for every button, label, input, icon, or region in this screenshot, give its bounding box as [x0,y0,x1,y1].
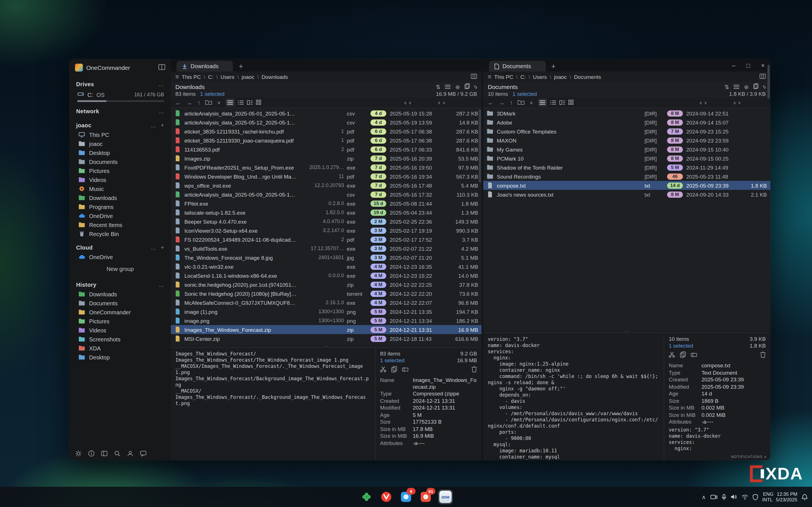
file-row[interactable]: FoxitPDFReader20251_enu_Setup_Prom.exe 2… [171,163,481,172]
cloud-add-icon[interactable]: + [161,244,164,251]
sidebar-item-videos[interactable]: Videos [69,326,171,335]
taskbar-app-chat-app[interactable]: 9 [399,490,413,504]
delete-trash-icon-right[interactable] [760,351,766,359]
file-row[interactable]: compose.txt txt 14 d 2025-05-09 23:39 1.… [483,181,770,190]
file-row[interactable]: 114136553.pdf 2 pdf 6 d 2025-05-17 06:33… [171,145,481,154]
file-row[interactable]: McAfeeSafeConnect-0_G9J7JXTUMXQUF8JN_VPN… [171,298,481,307]
path-segment[interactable]: Downloads [262,73,288,80]
settings-gear-icon[interactable] [75,450,82,457]
nav-up-icon-right[interactable]: ↑ [510,99,513,106]
sidebar-item-pictures[interactable]: Pictures [69,317,171,326]
sidebar-item-recent-items[interactable]: Recent Items [69,220,171,229]
path-segment[interactable]: C: [208,73,213,80]
sidebar-item-documents[interactable]: Documents [69,157,171,166]
path-segment[interactable]: C: [520,73,526,80]
sidebar-item-programs[interactable]: Programs [69,202,171,211]
sort-size-carets[interactable]: ∧∨ [438,100,446,105]
pane-menu-icon[interactable]: ≡ [175,73,179,80]
file-row[interactable]: Sonic the Hedgehog (2020) [1080p] [BluRa… [171,289,481,298]
cut-icon[interactable] [380,366,386,374]
add-circle-icon-right[interactable]: ⊕ [744,83,749,90]
file-row[interactable]: vs_BuildTools.exe 17.12.35707… exe 3 M 2… [171,244,481,253]
nav-back-icon[interactable]: ← [175,99,181,106]
path-segment[interactable]: joaoc [554,73,567,80]
tab-downloads[interactable]: Downloads [176,61,233,71]
file-row[interactable]: PCMark 10 [DIR] 8 M 2024-09-15 00:25 [483,154,770,163]
view-grid-icon[interactable] [256,99,261,106]
view-details-icon-right[interactable] [550,99,556,106]
sidebar-item-joaoc[interactable]: joaoc [69,139,171,148]
minimize-button[interactable]: – [726,62,741,69]
sort-date-carets[interactable]: ∧∨ [404,100,412,105]
notification-bell-icon[interactable] [802,494,808,500]
new-tab-button[interactable]: + [239,61,243,71]
sidebar-item-recycle-bin[interactable]: Recycle Bin [69,229,171,238]
maximize-button[interactable]: □ [741,62,756,69]
file-row[interactable]: FS 022200524_149489.2024-11-08-duplicado… [171,235,481,244]
path-segment[interactable]: joaoc [242,73,254,80]
file-row[interactable]: articleAnalysis_data_2025-05-12_2025-05-… [171,118,481,127]
drive-c-item[interactable]: C: OS 161 / 476 GB [69,89,171,99]
cloud-menu-icon[interactable]: … [151,244,156,251]
user-add-icon[interactable]: + [161,122,164,128]
file-row[interactable]: eticket_3835-12119330_joao-carrasqueira.… [171,136,481,145]
file-row[interactable]: 3DMark [DIR] 8 M 2024-09-14 22:51 [483,109,770,118]
path-segment[interactable]: This PC [182,73,201,80]
nav-back-icon-right[interactable]: ← [488,99,494,106]
dual-pane-icon[interactable] [158,64,165,71]
file-row[interactable]: My Games [DIR] 8 M 2024-09-15 10:40 [483,145,770,154]
path-segment[interactable]: Users [533,73,547,80]
new-folder-icon-right[interactable] [518,99,525,106]
panels-icon[interactable] [101,450,108,457]
copy-icon[interactable] [391,366,397,374]
sidebar-item-desktop[interactable]: Desktop [69,353,171,362]
tab-documents[interactable]: Documents [489,61,546,71]
taskbar-app-onecommander[interactable]: one [438,490,453,504]
clipboard-icon[interactable] [464,83,469,90]
view-options-icon[interactable] [445,83,451,90]
sidebar-item-screenshots[interactable]: Screenshots [69,335,171,344]
new-group-button[interactable]: New group [69,262,171,276]
nav-up-icon[interactable]: ↑ [197,99,200,106]
rename-icon[interactable] [402,367,408,373]
view-list-icon-right[interactable] [538,99,547,107]
file-row[interactable]: Beeper Setup 4.0.470.exe 4.0.470.0 exe 2… [171,217,481,226]
tray-chevron-up-icon[interactable]: ∧ [702,494,706,500]
file-row[interactable]: The_Windows_Forecast_image 8.jpg 2401×16… [171,253,481,262]
view-list-icon[interactable] [225,99,235,107]
sidebar-item-onedrive[interactable]: OneDrive [69,211,171,220]
collapse-caret-icon-right[interactable]: ∧ [530,100,533,105]
layout-columns-icon[interactable] [471,73,477,80]
sidebar-item-downloads[interactable]: Downloads [69,290,171,298]
delete-trash-icon[interactable] [471,366,477,374]
taskbar-app-vivaldi[interactable] [379,490,394,504]
sidebar-item-pictures[interactable]: Pictures [69,166,171,175]
preview-scrollbar-right[interactable] [767,65,770,99]
file-row[interactable]: articleAnalysis_data_2025-05-09_2025-05-… [171,190,481,199]
speaker-icon[interactable] [731,494,737,500]
view-options-icon-right[interactable] [734,83,740,90]
file-row[interactable]: Adobe [DIR] 8 M 2024-09-14 15:07 [483,118,770,127]
sidebar-item-desktop[interactable]: Desktop [69,148,171,157]
microphone-icon[interactable] [722,494,726,500]
file-row[interactable]: LocalSend-1.16.1-windows-x86-64.exe 0.0.… [171,271,481,280]
view-content-icon[interactable] [247,99,253,106]
wifi-icon[interactable] [742,494,748,499]
sidebar-item-music[interactable]: Music [69,184,171,193]
sidebar-item-xda[interactable]: XDA [69,344,171,353]
file-row[interactable]: image.png 1300×1300 png 5 M 2024-12-21 1… [171,316,481,325]
file-row[interactable]: MSI-Center.zip zip 5 M 2024-12-18 11:43 … [171,334,481,343]
taskbar-clock[interactable]: ENG12:35 PM INTL5/23/2025 [762,491,798,503]
user-menu-icon[interactable]: … [151,122,156,128]
file-row[interactable]: FPilot.exe 0.2.8.0 exe 15 d 2025-05-08 2… [171,199,481,208]
cut-icon-right[interactable] [669,351,675,359]
folder-menu-caret-icon[interactable]: ∨ [217,100,221,105]
drives-menu-icon[interactable]: … [158,81,164,87]
camera-icon[interactable] [711,494,717,500]
actions-zap-icon-right[interactable]: ϟ [763,83,766,90]
copy-icon-right[interactable] [680,351,686,359]
sidebar-item-downloads[interactable]: Downloads [69,193,171,202]
network-menu-icon[interactable]: … [158,108,164,114]
nav-forward-icon-right[interactable]: → [499,99,505,106]
path-segment[interactable]: Users [220,73,235,80]
